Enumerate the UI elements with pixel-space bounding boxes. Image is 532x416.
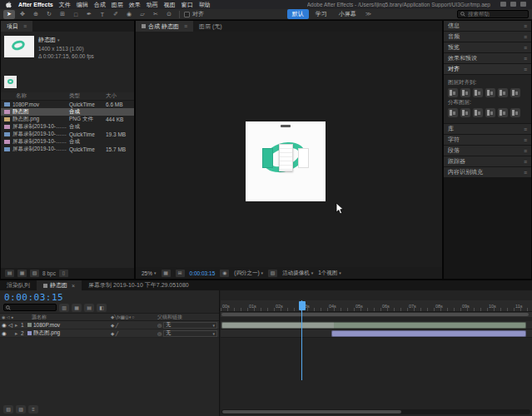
frame-blending-icon[interactable]: ◧ [97, 304, 107, 312]
parent-link-select[interactable]: ◎无▾ [157, 322, 217, 329]
tab-layer-viewer[interactable]: 图层 (无) [193, 21, 228, 32]
hide-shy-layers-icon[interactable]: ▤ [84, 304, 94, 312]
layer-name[interactable]: 静态图.png [33, 329, 111, 337]
column-name[interactable]: 名称 [4, 92, 69, 100]
brush-tool[interactable]: ✐ [110, 10, 122, 19]
parent-link-select[interactable]: ◎无▾ [157, 330, 217, 337]
distribute-center-vertical-icon[interactable] [460, 108, 470, 117]
workspace-learn[interactable]: 学习 [311, 9, 332, 19]
camera-select[interactable]: 活动摄像机▾ [282, 270, 313, 277]
region-of-interest-icon[interactable]: ▧ [268, 270, 277, 277]
label-color-chip[interactable] [27, 331, 32, 335]
pickwhip-icon[interactable]: ◎ [157, 330, 162, 336]
workspace-small-screen[interactable]: 小屏幕 [334, 9, 361, 19]
clone-stamp-tool[interactable]: ◉ [123, 10, 135, 19]
expand-layer-switches-icon[interactable]: ▧ [3, 405, 13, 414]
layer-row[interactable]: ◉ ◁ ▸ 1 1080P.mov ◆ ╱ ◎无▾ [0, 321, 219, 329]
panel-menu-icon[interactable]: ≡ [524, 137, 527, 143]
distribute-left-icon[interactable] [485, 108, 495, 117]
project-item[interactable]: 屏幕录制2019-10-…7.29.051080合成 [1, 138, 134, 146]
project-item[interactable]: 屏幕录制2019-10-…7.29.051080.movQuickTime15.… [1, 146, 134, 153]
zoom-tool[interactable]: ⊕ [30, 10, 42, 19]
status-icon[interactable] [510, 2, 516, 7]
tab-composition[interactable]: 合成 静态图≡ [136, 21, 193, 32]
panel-menu-icon[interactable]: ≡ [524, 148, 527, 154]
delete-icon[interactable]: ▯ [59, 270, 68, 277]
layer-switches[interactable]: ◆ ╱ [111, 323, 157, 328]
menu-view[interactable]: 视图 [164, 1, 176, 9]
snap-checkbox[interactable] [184, 12, 190, 17]
panel-menu-icon[interactable]: ≡ [524, 170, 527, 176]
panel-header-tracker[interactable]: 跟踪器≡ [444, 156, 531, 166]
workspace-overflow-chevron-icon[interactable]: ≫ [363, 10, 374, 18]
panel-menu-icon[interactable]: ≡ [524, 45, 527, 51]
preview-item-name[interactable]: 静态图▾ [38, 36, 94, 45]
close-tab-icon[interactable]: × [72, 283, 75, 289]
layer-row[interactable]: ◉ ▸ 2 静态图.png ◆ ╱ ◎无▾ [0, 329, 219, 338]
distribute-right-icon[interactable] [510, 108, 520, 117]
panel-header-content-aware-fill[interactable]: 内容识别填充≡ [444, 167, 531, 177]
hand-tool[interactable]: ✥ [17, 10, 28, 19]
project-item-selected[interactable]: 静态图合成 [1, 108, 134, 116]
tab-project[interactable]: 项目 ≡ [1, 21, 32, 32]
align-top-icon[interactable] [485, 88, 495, 97]
project-item[interactable]: 屏幕录制2019-10-…9.30.301080合成 [1, 123, 134, 131]
panel-header-align[interactable]: 对齐≡ [444, 64, 531, 74]
menubar-status-icons[interactable] [496, 2, 526, 7]
panel-header-info[interactable]: 信息≡ [444, 21, 531, 31]
panel-menu-icon[interactable]: ≡ [184, 23, 187, 29]
project-item[interactable]: 1080P.movQuickTime6.6 MB [1, 101, 134, 108]
snapshot-icon[interactable]: ◉ [220, 270, 229, 277]
layer2-duration-bar[interactable] [331, 330, 526, 337]
menu-window[interactable]: 窗口 [181, 1, 193, 9]
status-icon[interactable] [520, 2, 526, 7]
visibility-eye-icon[interactable]: ◉ [2, 330, 8, 337]
view-layout-select[interactable]: 1个视图▾ [318, 270, 341, 277]
layer-name[interactable]: 1080P.mov [33, 322, 111, 328]
expand-in-out-icon[interactable]: ≡ [28, 405, 38, 414]
tab-render-queue[interactable]: 渲染队列 [0, 280, 37, 290]
eraser-tool[interactable]: ▱ [137, 10, 148, 19]
panel-menu-icon[interactable]: ≡ [524, 67, 527, 72]
current-timecode[interactable]: 0:00:03:15 [0, 290, 67, 302]
expand-transfer-controls-icon[interactable]: ▨ [16, 405, 26, 414]
panel-menu-icon[interactable]: ≡ [524, 23, 527, 29]
work-area-bar[interactable] [221, 312, 532, 317]
panel-menu-icon[interactable]: ≡ [524, 56, 527, 62]
align-center-horizontal-icon[interactable] [460, 88, 470, 97]
mask-visibility-icon[interactable]: ⊞ [176, 270, 185, 277]
panel-menu-icon[interactable]: ≡ [524, 126, 527, 132]
project-item[interactable]: 屏幕录制2019-10-…9.30.301080.movQuickTime19.… [1, 131, 134, 138]
panel-menu-icon[interactable]: ≡ [524, 159, 527, 165]
timeline-search-input[interactable] [3, 304, 57, 311]
resolution-select[interactable]: (四分之一)▾ [234, 270, 263, 277]
playhead[interactable] [301, 300, 302, 380]
align-right-icon[interactable] [473, 88, 483, 97]
distribute-top-icon[interactable] [448, 108, 458, 117]
panel-header-paragraph[interactable]: 段落≡ [444, 146, 531, 156]
zoom-select[interactable]: 25%▾ [142, 270, 157, 276]
menu-animation[interactable]: 动画 [147, 1, 158, 9]
column-parent-link[interactable]: 父级和链接 [157, 314, 217, 321]
playhead-handle[interactable] [299, 301, 306, 310]
draft-3d-icon[interactable]: ▦ [72, 304, 82, 312]
column-type[interactable]: 类型 [69, 92, 106, 100]
current-time-button[interactable]: 0:00:03:15 [190, 270, 216, 276]
menu-layer[interactable]: 图层 [112, 1, 123, 9]
shape-tool[interactable]: □ [70, 10, 82, 19]
align-bottom-icon[interactable] [510, 88, 520, 97]
project-bit-depth[interactable]: 8 bpc [42, 270, 56, 276]
project-list-header[interactable]: 名称 类型 大小 [1, 92, 134, 101]
new-folder-icon[interactable]: ▦ [17, 270, 27, 277]
orbit-camera-tool[interactable]: ↻ [43, 10, 55, 19]
distribute-bottom-icon[interactable] [473, 108, 483, 117]
audio-icon[interactable]: ◁ [8, 322, 15, 329]
timeline-navigator-scrollbar[interactable] [221, 409, 530, 414]
panel-header-audio[interactable]: 音频≡ [444, 32, 531, 42]
menu-file[interactable]: 文件 [59, 1, 71, 9]
panel-header-effects-presets[interactable]: 效果和预设≡ [444, 53, 531, 63]
column-source-name[interactable]: 源名称 [22, 314, 111, 321]
label-color-chip[interactable] [27, 323, 32, 327]
layer1-duration-bar[interactable] [221, 322, 526, 329]
pan-behind-tool[interactable]: ⊞ [57, 10, 68, 19]
